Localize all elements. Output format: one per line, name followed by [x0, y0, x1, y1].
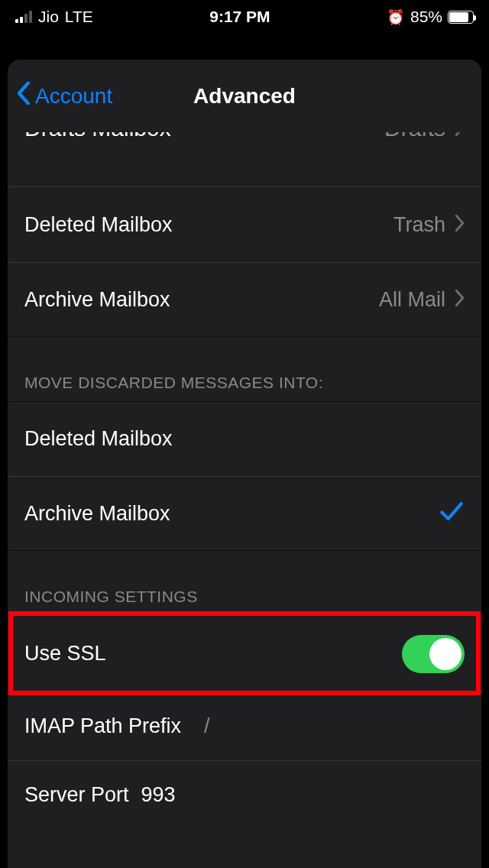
row-label: Drafts Mailbox — [24, 132, 171, 141]
row-value: Trash — [393, 213, 445, 237]
nav-bar: Account Advanced — [8, 60, 481, 132]
row-value: 993 — [141, 783, 176, 807]
row-label: Server Port — [24, 783, 129, 807]
row-value: / — [204, 714, 210, 738]
settings-panel: Account Advanced Drafts Mailbox Drafts D… — [8, 60, 481, 868]
chevron-right-icon — [455, 213, 465, 237]
clock-label: 9:17 PM — [209, 8, 270, 26]
row-label: Deleted Mailbox — [24, 213, 173, 237]
chevron-left-icon — [17, 82, 31, 110]
row-value: All Mail — [379, 288, 445, 312]
row-label: Deleted Mailbox — [24, 427, 173, 451]
status-left: Jio LTE — [15, 8, 93, 26]
toggle-knob — [429, 638, 461, 670]
chevron-right-icon — [455, 288, 465, 312]
row-label: Use SSL — [24, 642, 106, 666]
row-value: Drafts — [384, 132, 445, 141]
row-server-port[interactable]: Server Port 993 — [8, 760, 481, 829]
network-label: LTE — [65, 8, 93, 26]
row-imap-prefix[interactable]: IMAP Path Prefix / — [8, 691, 481, 760]
row-label: IMAP Path Prefix — [24, 714, 181, 738]
signal-icon — [15, 11, 32, 23]
row-deleted-mailbox[interactable]: Deleted Mailbox Trash — [8, 187, 481, 262]
content: Drafts Mailbox Drafts Deleted Mailbox Tr… — [8, 132, 481, 868]
alarm-icon: ⏰ — [387, 8, 405, 26]
section-header-discarded: MOVE DISCARDED MESSAGES INTO: — [8, 337, 481, 401]
ssl-toggle[interactable] — [402, 635, 465, 673]
back-label: Account — [35, 84, 112, 108]
row-use-ssl[interactable]: Use SSL — [8, 615, 481, 691]
row-archive-mailbox[interactable]: Archive Mailbox All Mail — [8, 262, 481, 337]
back-button[interactable]: Account — [8, 82, 112, 110]
row-drafts-mailbox[interactable]: Drafts Mailbox Drafts — [8, 132, 481, 187]
chevron-right-icon — [455, 132, 465, 141]
battery-icon — [448, 11, 474, 24]
row-discarded-deleted[interactable]: Deleted Mailbox — [8, 401, 481, 476]
status-bar: Jio LTE 9:17 PM ⏰ 85% — [0, 0, 489, 34]
row-label: Archive Mailbox — [24, 288, 170, 312]
battery-pct: 85% — [410, 8, 442, 26]
row-discarded-archive[interactable]: Archive Mailbox — [8, 476, 481, 551]
checkmark-icon — [439, 498, 465, 530]
section-header-incoming: INCOMING SETTINGS — [8, 551, 481, 615]
carrier-label: Jio — [38, 8, 59, 26]
status-right: ⏰ 85% — [387, 8, 474, 26]
row-label: Archive Mailbox — [24, 502, 170, 526]
